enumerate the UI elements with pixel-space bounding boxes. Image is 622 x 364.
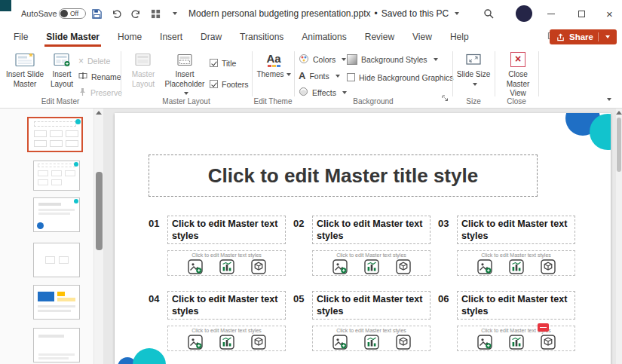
content-placeholder[interactable]: Click to edit Master text styles — [167, 250, 286, 276]
insert-chart-icon[interactable] — [509, 259, 524, 274]
quick-access-dropdown[interactable] — [164, 0, 182, 27]
flag-icon — [538, 323, 549, 332]
stock-image-icon[interactable] — [332, 259, 348, 274]
close-master-view-button[interactable]: × Close Master View — [498, 50, 538, 99]
title-checkbox[interactable]: Title — [210, 57, 236, 69]
insert-chart-icon[interactable] — [509, 335, 524, 350]
close-window-button[interactable]: × — [597, 0, 622, 27]
themes-button[interactable]: Aa Themes — [256, 50, 291, 80]
fonts-button[interactable]: A Fonts — [299, 69, 340, 82]
block-number: 01 — [149, 218, 159, 229]
search-button[interactable] — [480, 0, 498, 27]
chevron-down-icon — [473, 83, 477, 86]
main-scrollbar[interactable] — [616, 109, 622, 364]
content-placeholder[interactable]: Click to edit Master text styles — [167, 326, 286, 351]
minimize-icon — [547, 14, 555, 14]
footers-checkbox[interactable]: Footers — [210, 78, 249, 90]
content-placeholder[interactable]: Click to edit Master text styles — [312, 326, 430, 351]
insert-layout-icon — [54, 50, 70, 69]
colors-button[interactable]: Colors — [299, 53, 346, 66]
insert-3d-model-icon[interactable] — [251, 335, 266, 350]
stock-image-icon[interactable] — [188, 335, 203, 350]
scroll-up-icon[interactable] — [616, 111, 622, 115]
thumbnail-slide-master[interactable] — [27, 117, 83, 152]
insert-3d-model-icon[interactable] — [541, 259, 556, 274]
scrollbar-thumb[interactable] — [617, 118, 621, 172]
tab-insert[interactable]: Insert — [151, 27, 192, 47]
profile-avatar[interactable] — [516, 5, 532, 22]
scroll-up-icon[interactable] — [96, 111, 102, 115]
tab-view[interactable]: View — [403, 27, 441, 47]
insert-3d-model-icon[interactable] — [396, 335, 411, 350]
save-button[interactable] — [87, 0, 106, 27]
tab-animations[interactable]: Animations — [293, 27, 355, 47]
share-label: Share — [569, 32, 593, 41]
rename-button[interactable]: Rename — [78, 70, 121, 83]
tab-file[interactable]: File — [5, 27, 37, 47]
tab-transitions[interactable]: Transitions — [231, 27, 293, 47]
colors-palette-icon — [299, 54, 309, 66]
redo-icon — [130, 8, 142, 20]
thumbnail-layout-1[interactable] — [33, 161, 80, 191]
text-placeholder-heading[interactable]: Click to edit Master text styles — [312, 216, 430, 244]
content-placeholder[interactable]: Click to edit Master text styles — [457, 326, 575, 351]
insert-chart-icon[interactable] — [364, 259, 379, 274]
delete-button[interactable]: × Delete — [78, 54, 110, 67]
background-styles-button[interactable]: Background Styles — [347, 53, 438, 66]
text-placeholder-heading[interactable]: Click to edit Master text styles — [457, 216, 575, 244]
slide-size-button[interactable]: Slide Size — [455, 50, 492, 89]
insert-chart-icon[interactable] — [219, 259, 234, 274]
scrollbar-thumb[interactable] — [96, 172, 103, 250]
thumbnail-layout-3[interactable] — [33, 243, 80, 277]
text-placeholder-heading[interactable]: Click to edit Master text styles — [457, 291, 575, 320]
collapse-ribbon-button[interactable] — [605, 93, 611, 104]
text-placeholder-heading[interactable]: Click to edit Master text styles — [167, 291, 286, 320]
tab-draw[interactable]: Draw — [192, 27, 231, 47]
insert-chart-icon[interactable] — [364, 335, 379, 350]
insert-layout-button[interactable]: Insert Layout — [45, 50, 78, 89]
insert-3d-model-icon[interactable] — [251, 259, 266, 274]
insert-3d-model-icon[interactable] — [541, 335, 556, 350]
document-title[interactable]: Modern personal budgeting presentation.p… — [188, 0, 459, 27]
stock-image-icon[interactable] — [332, 335, 348, 350]
thumbnail-layout-4[interactable] — [33, 285, 80, 320]
tab-review[interactable]: Review — [356, 27, 403, 47]
stock-image-icon[interactable] — [477, 259, 492, 274]
maximize-button[interactable] — [567, 0, 596, 27]
text-placeholder-heading[interactable]: Click to edit Master text styles — [312, 291, 430, 320]
powerpoint-window: AutoSave Off Modern personal budgeting p… — [0, 0, 622, 364]
chevron-down-icon — [434, 58, 438, 61]
insert-3d-model-icon[interactable] — [396, 259, 411, 274]
text-placeholder-heading[interactable]: Click to edit Master text styles — [167, 216, 286, 244]
block-number: 04 — [149, 293, 159, 304]
thumbnail-scrollbar[interactable] — [93, 109, 103, 364]
tab-slide-master[interactable]: Slide Master — [37, 27, 109, 47]
master-layout-button[interactable]: Master Layout — [125, 50, 161, 89]
placeholder-icons — [168, 335, 285, 350]
thumbnail-layout-5[interactable] — [33, 328, 80, 362]
stock-image-icon[interactable] — [188, 259, 203, 274]
stock-image-icon[interactable] — [477, 335, 492, 350]
share-button[interactable]: Share — [550, 29, 617, 44]
group-label-master-layout: Master Layout — [121, 97, 252, 106]
tab-home[interactable]: Home — [109, 27, 151, 47]
master-title-placeholder[interactable]: Click to edit Master title style — [149, 154, 538, 197]
placeholder-icons — [313, 335, 430, 350]
grid-icon — [151, 9, 161, 19]
content-placeholder[interactable]: Click to edit Master text styles — [312, 250, 430, 276]
insert-placeholder-button[interactable]: Insert Placeholder — [163, 50, 207, 99]
redo-button[interactable] — [127, 0, 145, 27]
slide-master-editor[interactable]: Click to edit Master title style 01 Clic… — [115, 113, 611, 364]
content-block-06: 06 Click to edit Master text styles Clic… — [457, 291, 575, 351]
quick-access-grid-button[interactable] — [146, 0, 164, 27]
tab-help[interactable]: Help — [441, 27, 478, 47]
thumbnail-layout-2[interactable] — [33, 197, 80, 232]
undo-button[interactable] — [107, 0, 125, 27]
autosave-toggle[interactable]: Off — [59, 8, 86, 19]
insert-chart-icon[interactable] — [219, 335, 234, 350]
content-placeholder[interactable]: Click to edit Master text styles — [457, 250, 575, 276]
minimize-button[interactable] — [537, 0, 565, 27]
workspace: Click to edit Master title style 01 Clic… — [0, 109, 622, 364]
insert-slide-master-button[interactable]: Insert Slide Master — [5, 50, 45, 89]
hide-background-graphics-checkbox[interactable]: Hide Background Graphics — [347, 71, 453, 84]
